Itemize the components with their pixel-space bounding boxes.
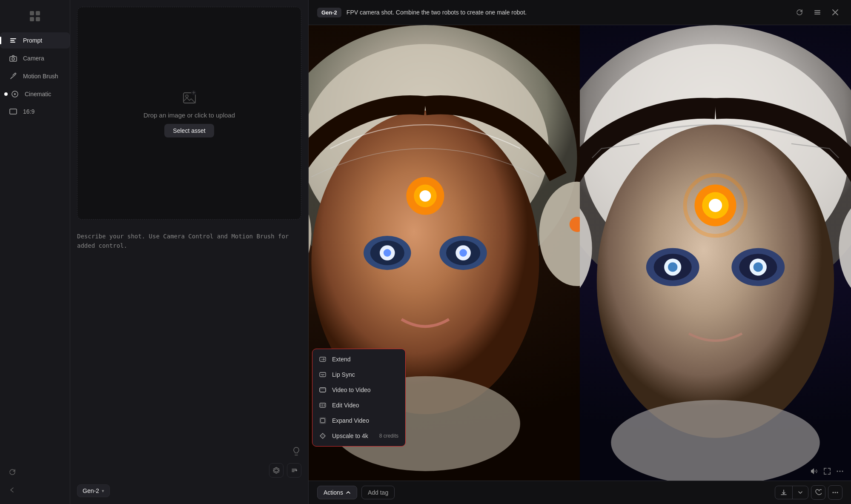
sidebar-item-label: Prompt bbox=[23, 37, 42, 44]
sidebar-back[interactable] bbox=[9, 483, 61, 497]
top-bar-actions bbox=[792, 5, 842, 20]
cinematic-dot bbox=[4, 92, 8, 96]
svg-rect-5 bbox=[10, 40, 14, 41]
upload-drop-text: Drop an image or click to upload bbox=[143, 112, 235, 119]
sidebar-item-prompt[interactable]: Prompt bbox=[0, 32, 70, 49]
sidebar-item-motion-brush[interactable]: Motion Brush bbox=[0, 68, 70, 84]
refresh-button[interactable] bbox=[792, 5, 807, 20]
gen-selector[interactable]: Gen-2 ▾ bbox=[77, 484, 110, 497]
diamond-icon bbox=[319, 432, 328, 439]
sidebar-logo bbox=[0, 7, 70, 32]
actions-dropdown: Extend Lip Sync bbox=[312, 349, 406, 447]
top-bar: Gen-2 FPV camera shot. Combine the two r… bbox=[309, 0, 851, 25]
sidebar-nav: Prompt Camera Motion Brush bbox=[0, 32, 70, 119]
svg-point-54 bbox=[754, 262, 763, 272]
svg-rect-1 bbox=[36, 11, 40, 15]
sidebar-refresh[interactable] bbox=[9, 465, 61, 479]
svg-point-13 bbox=[186, 95, 188, 97]
volume-icon[interactable] bbox=[810, 467, 819, 475]
video-right bbox=[580, 25, 851, 481]
gen-chevron: ▾ bbox=[102, 488, 104, 494]
download-button[interactable] bbox=[775, 486, 792, 499]
svg-rect-2 bbox=[30, 17, 34, 21]
v2v-icon bbox=[319, 387, 328, 393]
main-content: + Drop an image or click to upload Selec… bbox=[70, 0, 851, 504]
svg-rect-19 bbox=[814, 14, 820, 14]
svg-rect-71 bbox=[324, 404, 325, 407]
svg-rect-7 bbox=[10, 57, 17, 61]
svg-rect-0 bbox=[30, 11, 34, 15]
video-area: Extend Lip Sync bbox=[309, 25, 851, 481]
svg-text:+: + bbox=[192, 89, 195, 96]
upscale-label: Upscale to 4k bbox=[332, 432, 368, 439]
layers-button[interactable] bbox=[269, 463, 284, 478]
like-button[interactable] bbox=[811, 485, 825, 500]
svg-point-34 bbox=[420, 190, 431, 202]
prompt-textarea[interactable]: Describe your shot. Use Camera Control a… bbox=[77, 226, 301, 460]
left-panel: + Drop an image or click to upload Selec… bbox=[70, 0, 309, 504]
credits-badge: 8 credits bbox=[379, 433, 398, 439]
edit-icon bbox=[319, 402, 328, 409]
svg-point-77 bbox=[833, 492, 834, 493]
video-controls bbox=[810, 467, 844, 475]
expand-video-label: Expand Video bbox=[332, 417, 369, 424]
dropdown-edit-video[interactable]: Edit Video bbox=[312, 398, 405, 413]
sidebar: Prompt Camera Motion Brush bbox=[0, 0, 70, 504]
aspect-ratio-icon bbox=[9, 109, 18, 115]
camera-icon bbox=[9, 54, 18, 62]
extend-label: Extend bbox=[332, 356, 351, 363]
more-options-icon[interactable] bbox=[836, 467, 844, 475]
prompt-text-area-wrapper: Describe your shot. Use Camera Control a… bbox=[77, 226, 301, 460]
download-group bbox=[775, 486, 808, 499]
svg-rect-69 bbox=[321, 404, 321, 407]
robot-right-image bbox=[580, 25, 851, 481]
lip-sync-icon bbox=[319, 371, 328, 378]
select-asset-button[interactable]: Select asset bbox=[164, 124, 214, 137]
svg-point-31 bbox=[459, 249, 467, 257]
sidebar-item-label: Cinematic bbox=[25, 91, 51, 97]
more-button[interactable] bbox=[828, 485, 842, 500]
gen-badge: Gen-2 bbox=[317, 8, 341, 17]
dropdown-expand-video[interactable]: Expand Video bbox=[312, 413, 405, 428]
dropdown-lip-sync[interactable]: Lip Sync bbox=[312, 367, 405, 382]
fullscreen-icon[interactable] bbox=[823, 467, 831, 475]
svg-point-75 bbox=[840, 471, 841, 472]
sidebar-item-label: 16:9 bbox=[23, 108, 34, 115]
sidebar-item-camera[interactable]: Camera bbox=[0, 50, 70, 66]
sidebar-bottom bbox=[0, 465, 70, 497]
extend-icon bbox=[319, 356, 328, 363]
expand-icon bbox=[319, 417, 328, 424]
dropdown-extend[interactable]: Extend bbox=[312, 352, 405, 367]
add-tag-button[interactable]: Add tag bbox=[361, 486, 395, 499]
upload-area[interactable]: + Drop an image or click to upload Selec… bbox=[77, 7, 301, 220]
svg-point-10 bbox=[14, 93, 16, 95]
actions-button[interactable]: Actions bbox=[317, 486, 357, 499]
edit-video-label: Edit Video bbox=[332, 402, 359, 409]
right-panel: Gen-2 FPV camera shot. Combine the two r… bbox=[309, 0, 851, 504]
actions-label: Actions bbox=[324, 489, 343, 496]
circle-icon bbox=[10, 90, 20, 98]
settings-button[interactable] bbox=[287, 463, 301, 478]
gen-row: Gen-2 ▾ bbox=[77, 479, 301, 497]
svg-rect-3 bbox=[36, 17, 40, 21]
svg-rect-67 bbox=[320, 388, 326, 392]
svg-rect-6 bbox=[10, 42, 15, 43]
sidebar-item-label: Motion Brush bbox=[23, 73, 58, 80]
svg-point-57 bbox=[709, 199, 722, 212]
dropdown-upscale[interactable]: Upscale to 4k 8 credits bbox=[312, 428, 405, 444]
svg-point-46 bbox=[597, 125, 834, 438]
dropdown-video-to-video[interactable]: Video to Video bbox=[312, 382, 405, 398]
download-options-button[interactable] bbox=[793, 486, 808, 499]
svg-rect-66 bbox=[320, 388, 326, 392]
text-icon bbox=[9, 37, 18, 44]
sidebar-item-cinematic[interactable]: Cinematic bbox=[0, 86, 70, 102]
upload-icon: + bbox=[181, 89, 198, 106]
sidebar-item-aspect[interactable]: 16:9 bbox=[0, 104, 70, 119]
sidebar-item-label: Camera bbox=[23, 55, 44, 62]
menu-button[interactable] bbox=[810, 5, 825, 20]
prompt-section: Describe your shot. Use Camera Control a… bbox=[70, 226, 308, 504]
prompt-lightbulb[interactable] bbox=[291, 446, 301, 456]
svg-point-74 bbox=[837, 471, 838, 472]
chevron-up-icon bbox=[346, 490, 351, 495]
close-button[interactable] bbox=[828, 5, 842, 20]
